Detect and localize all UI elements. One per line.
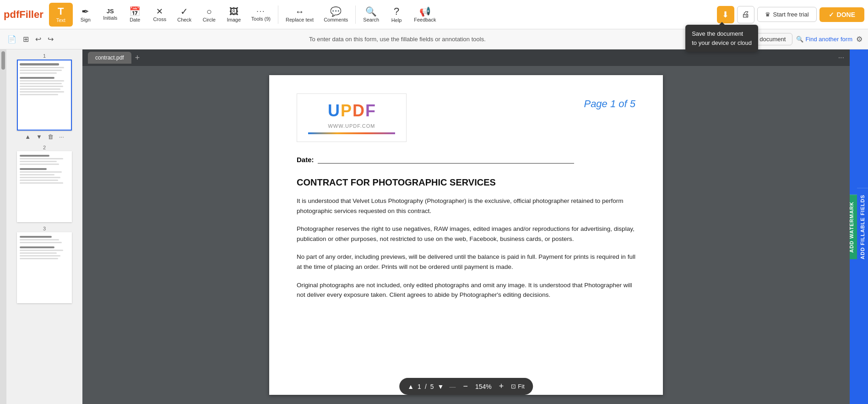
redo-icon: ↪ bbox=[48, 35, 54, 44]
thumb-line bbox=[20, 182, 63, 184]
thumb-up-btn[interactable]: ▲ bbox=[23, 132, 33, 141]
done-button[interactable]: ✓ DONE bbox=[819, 7, 864, 22]
find-form-button[interactable]: 🔍 Find another form bbox=[796, 36, 852, 43]
updf-logo-text: U P D F bbox=[308, 101, 395, 120]
thumb-line bbox=[20, 155, 49, 157]
tool-text[interactable]: T Text bbox=[49, 3, 73, 27]
feedback-icon: 📢 bbox=[419, 7, 431, 16]
thumb-image-1 bbox=[17, 60, 72, 131]
toolbar-separator-2 bbox=[355, 5, 356, 24]
zoom-in-button[interactable]: + bbox=[497, 382, 506, 391]
date-underline bbox=[318, 156, 574, 164]
tab-add-watermark[interactable]: ADD WATERMARK bbox=[850, 195, 857, 259]
thumb-number-3: 3 bbox=[43, 226, 46, 231]
thumb-delete-btn[interactable]: 🗑 bbox=[46, 132, 55, 141]
tool-feedback-label: Feedback bbox=[414, 17, 436, 22]
tool-comments-label: Comments bbox=[324, 17, 348, 22]
left-panel: 1 ▲ ▼ 🗑 ··· bbox=[0, 49, 82, 404]
cross-icon: ✕ bbox=[156, 7, 163, 16]
download-button[interactable]: ⬇ bbox=[717, 6, 734, 23]
zoom-level: 154% bbox=[475, 383, 492, 390]
tool-comments[interactable]: 💬 Comments bbox=[319, 3, 353, 27]
toolbar-right: ⬇ 🖨 ♛ Start free trial ✓ DONE bbox=[717, 6, 864, 23]
tool-cross[interactable]: ✕ Cross bbox=[148, 3, 172, 27]
zoom-fit-button[interactable]: ⊡ Fit bbox=[511, 383, 524, 390]
tab-add-fillable-fields[interactable]: ADD FILLABLE FIELDS bbox=[857, 188, 868, 266]
text-icon: T bbox=[58, 6, 64, 16]
contract-para-2: Photographer reserves the right to use n… bbox=[297, 224, 635, 244]
thumbnails-icon-button[interactable]: ⊞ bbox=[21, 33, 31, 45]
tool-check[interactable]: ✓ Check bbox=[173, 3, 196, 27]
thumb-line bbox=[20, 70, 62, 71]
pages-icon-button[interactable]: 📄 bbox=[5, 33, 18, 45]
tool-initials-label: Initials bbox=[103, 15, 117, 21]
date-icon: 📅 bbox=[129, 7, 141, 16]
tool-help[interactable]: ? Help bbox=[385, 3, 408, 27]
tool-date[interactable]: 📅 Date bbox=[123, 3, 147, 27]
thumbnail-3[interactable]: 3 bbox=[10, 226, 79, 303]
undo-button[interactable]: ↩ bbox=[33, 33, 43, 45]
thumb-line bbox=[20, 94, 58, 95]
main-layout: 1 ▲ ▼ 🗑 ··· bbox=[0, 49, 868, 404]
contract-para-3: No part of any order, including previews… bbox=[297, 252, 635, 272]
right-panel: ADD FILLABLE FIELDS ADD WATERMARK VERSIO… bbox=[850, 49, 868, 404]
thumb-more-btn[interactable]: ··· bbox=[57, 132, 66, 141]
thumb-line bbox=[20, 180, 58, 181]
gear-icon: ⚙ bbox=[856, 35, 863, 43]
updf-d: D bbox=[353, 101, 364, 120]
redo-button[interactable]: ↪ bbox=[46, 33, 55, 45]
tools9-icon: ··· bbox=[256, 8, 265, 15]
tool-circle[interactable]: ○ Circle bbox=[197, 3, 221, 27]
thumb-line bbox=[20, 80, 64, 82]
fit-label: Fit bbox=[518, 383, 524, 390]
contract-para-1: It is understood that Velvet Lotus Photo… bbox=[297, 196, 635, 216]
page-next-button[interactable]: ▼ bbox=[438, 383, 444, 390]
thumb-down-btn[interactable]: ▼ bbox=[34, 132, 44, 141]
thumb-line bbox=[20, 258, 58, 259]
doc-tab-add-button[interactable]: + bbox=[135, 53, 140, 63]
help-icon: ? bbox=[394, 6, 399, 16]
thumb-line bbox=[20, 255, 60, 257]
contract-title: CONTRACT FOR PHOTOGRAPHIC SERVICES bbox=[297, 177, 635, 188]
start-trial-button[interactable]: ♛ Start free trial bbox=[757, 7, 817, 22]
doc-tab-menu-button[interactable]: ··· bbox=[838, 54, 844, 62]
thumb-line bbox=[20, 239, 59, 240]
tool-text-label: Text bbox=[56, 17, 65, 23]
updf-gradient-bar bbox=[308, 132, 395, 134]
thumbnail-2[interactable]: 2 bbox=[10, 145, 79, 222]
thumb-number-1: 1 bbox=[43, 53, 46, 59]
contract-para-4: Original photographs are not included, o… bbox=[297, 280, 635, 300]
secondary-left: 📄 ⊞ ↩ ↪ bbox=[5, 33, 55, 45]
tool-search[interactable]: 🔍 Search bbox=[358, 3, 384, 27]
tool-tools9[interactable]: ··· Tools (9) bbox=[247, 3, 275, 27]
updf-p: P bbox=[341, 101, 352, 120]
thumb-number-2: 2 bbox=[43, 145, 46, 150]
page-separator: / bbox=[425, 383, 427, 390]
thumb-line bbox=[20, 161, 57, 162]
thumb-line bbox=[20, 83, 62, 84]
doc-tab-contract[interactable]: contract.pdf bbox=[88, 52, 131, 64]
tool-initials[interactable]: JS Initials bbox=[98, 3, 122, 27]
secondary-toolbar: 📄 ⊞ ↩ ↪ To enter data on this form, use … bbox=[0, 29, 868, 49]
tool-circle-label: Circle bbox=[203, 17, 216, 22]
settings-button[interactable]: ⚙ bbox=[856, 35, 863, 44]
page-prev-button[interactable]: ▲ bbox=[407, 383, 414, 390]
zoom-separator: — bbox=[449, 383, 456, 390]
sign-document-button[interactable]: Sign document bbox=[739, 33, 793, 45]
center-content: contract.pdf + ··· U P D F WWW.UPDF bbox=[82, 49, 850, 404]
print-button[interactable]: 🖨 bbox=[737, 6, 754, 23]
page-nav: ▲ 1 / 5 ▼ bbox=[407, 383, 444, 390]
tool-image[interactable]: 🖼 Image bbox=[222, 3, 246, 27]
doc-tab-label: contract.pdf bbox=[95, 55, 124, 61]
zoom-out-button[interactable]: − bbox=[461, 382, 470, 391]
date-line: Date: bbox=[297, 156, 635, 164]
tool-help-label: Help bbox=[391, 17, 402, 23]
tool-sign[interactable]: ✒ Sign bbox=[74, 3, 98, 27]
left-scrollbar[interactable] bbox=[0, 49, 6, 404]
thumb-line bbox=[20, 246, 54, 248]
thumb-line bbox=[20, 88, 60, 90]
tool-feedback[interactable]: 📢 Feedback bbox=[409, 3, 440, 27]
tool-replace[interactable]: ↔ Replace text bbox=[281, 3, 318, 27]
thumbnail-1[interactable]: 1 ▲ ▼ 🗑 ··· bbox=[10, 53, 79, 141]
pdf-page: U P D F WWW.UPDF.COM Page 1 of 5 bbox=[269, 75, 663, 395]
